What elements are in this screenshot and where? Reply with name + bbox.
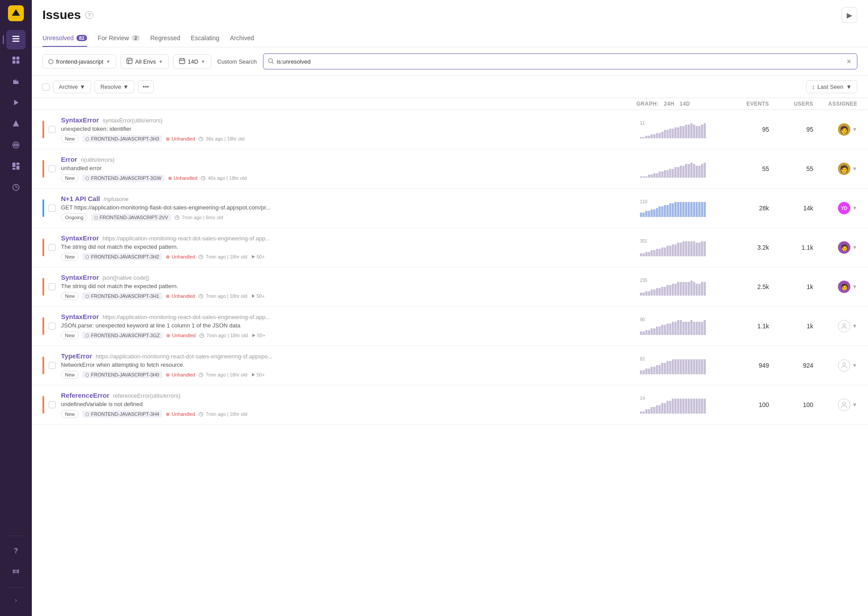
- more-actions-button[interactable]: •••: [138, 80, 154, 93]
- svg-rect-13: [16, 166, 19, 170]
- issue-checkbox[interactable]: [49, 362, 56, 369]
- graph-bar: [698, 322, 700, 335]
- tab-archived[interactable]: Archived: [230, 30, 254, 47]
- graph-bar: [672, 359, 674, 374]
- search-input[interactable]: [277, 58, 843, 65]
- resolve-button[interactable]: Resolve ▼: [95, 80, 134, 93]
- graph-bar: [696, 322, 698, 335]
- time-filter[interactable]: 14D ▼: [173, 54, 211, 69]
- issue-row[interactable]: SyntaxError json([native code]) The stri…: [32, 267, 868, 307]
- sidebar-item-replays[interactable]: [6, 94, 26, 113]
- graph-bar: [659, 249, 661, 256]
- issue-checkbox[interactable]: [49, 323, 56, 330]
- issue-time: 7min ago | 18hr old: [198, 411, 247, 417]
- tab-regressed[interactable]: Regressed: [150, 30, 180, 47]
- header-top: Issues ? ▶: [42, 7, 857, 23]
- issue-row[interactable]: SyntaxError https://application-monitori…: [32, 307, 868, 346]
- issue-description: NetworkError when attempting to fetch re…: [61, 361, 370, 368]
- sidebar-item-help[interactable]: ?: [6, 541, 26, 561]
- assignee-chevron-icon[interactable]: ▼: [852, 126, 857, 133]
- env-filter[interactable]: All Envs ▼: [121, 54, 169, 69]
- graph-bar: [680, 243, 682, 256]
- sidebar-item-discover[interactable]: [6, 136, 26, 156]
- svg-rect-20: [179, 59, 185, 64]
- issue-checkbox[interactable]: [49, 244, 56, 251]
- issue-row[interactable]: N+1 API Call /nplusone GET https://appli…: [32, 189, 868, 228]
- project-code: FRONTEND-JAVASCRIPT-3H4: [91, 411, 159, 417]
- select-all-checkbox[interactable]: [42, 84, 49, 91]
- time-label: 14D: [188, 58, 198, 65]
- issue-time: 7min ago | 6mo old: [175, 215, 223, 221]
- issue-checkbox[interactable]: [49, 283, 56, 290]
- sidebar-collapse-btn[interactable]: ›: [6, 593, 26, 607]
- assignee-chevron-icon[interactable]: ▼: [852, 402, 857, 408]
- issue-row[interactable]: TypeError https://application-monitoring…: [32, 346, 868, 385]
- avatar-placeholder: [838, 399, 850, 411]
- status-badge: New: [61, 135, 79, 143]
- unhandled-badge: ⊗ Unhandled: [166, 411, 195, 417]
- tab-for-review[interactable]: For Review 2: [98, 30, 140, 47]
- issue-row[interactable]: SyntaxError https://application-monitori…: [32, 228, 868, 267]
- tab-escalating[interactable]: Escalating: [191, 30, 220, 47]
- col-14d-header[interactable]: 14d: [680, 101, 690, 107]
- play-icon: ▶: [847, 11, 852, 19]
- graph-bar: [651, 250, 653, 256]
- archive-button[interactable]: Archive ▼: [53, 80, 91, 93]
- issue-users: 1k: [769, 283, 813, 290]
- header-help-icon[interactable]: ?: [85, 11, 93, 19]
- sort-button[interactable]: ↕ Last Seen ▼: [806, 80, 857, 93]
- play-button[interactable]: ▶: [841, 7, 857, 23]
- sidebar-item-broadcasts[interactable]: [6, 563, 26, 582]
- issue-checkbox[interactable]: [49, 165, 56, 172]
- graph-bar: [640, 370, 642, 374]
- sidebar-logo[interactable]: [8, 5, 24, 21]
- search-clear-icon[interactable]: ✕: [845, 57, 853, 66]
- assignee-chevron-icon[interactable]: ▼: [852, 362, 857, 369]
- assignee-chevron-icon[interactable]: ▼: [852, 244, 857, 251]
- svg-point-24: [269, 58, 273, 62]
- graph-bar: [696, 359, 698, 374]
- issue-checkbox[interactable]: [49, 205, 56, 212]
- issue-row[interactable]: ReferenceError referenceError(utils/erro…: [32, 385, 868, 425]
- issue-events: 100: [725, 401, 769, 408]
- sidebar-item-performance[interactable]: [6, 72, 26, 92]
- graph-bar: [664, 325, 666, 335]
- issue-checkbox[interactable]: [49, 401, 56, 408]
- issue-description: The string did not match the expected pa…: [61, 243, 370, 250]
- sidebar: ? ›: [0, 0, 32, 616]
- graph-bar: [661, 287, 663, 296]
- graph-bar: [677, 202, 679, 217]
- assignee-chevron-icon[interactable]: ▼: [852, 205, 857, 211]
- project-badge-icon: ⬡: [85, 137, 89, 141]
- sidebar-item-crons[interactable]: [6, 179, 26, 198]
- assignee-chevron-icon[interactable]: ▼: [852, 166, 857, 172]
- graph-bar: [685, 241, 687, 256]
- graph-bar: [688, 359, 690, 374]
- graph-bar: [672, 399, 674, 414]
- issue-row[interactable]: SyntaxError syntaxError(utils/errors) un…: [32, 110, 868, 149]
- tab-unresolved[interactable]: Unresolved 82: [42, 30, 87, 47]
- graph-bar: [677, 282, 679, 296]
- graph-bar: [680, 320, 682, 335]
- graph-bar: [674, 399, 677, 414]
- graph-bar: [640, 253, 642, 256]
- assignee-chevron-icon[interactable]: ▼: [852, 284, 857, 290]
- sidebar-item-issues[interactable]: [6, 30, 26, 49]
- issue-row[interactable]: Error n(utils/errors) unhandled error Ne…: [32, 149, 868, 189]
- sidebar-item-alerts[interactable]: [6, 115, 26, 134]
- avatar: YD: [838, 202, 850, 214]
- graph-bar: [664, 403, 666, 414]
- issue-checkbox[interactable]: [49, 126, 56, 133]
- project-filter[interactable]: ⬡ frontend-javascript ▼: [42, 54, 116, 68]
- issue-graph: [636, 160, 725, 178]
- graph-label: GRAPH:: [636, 101, 659, 107]
- issue-location: syntaxError(utils/errors): [103, 117, 163, 124]
- assignee-chevron-icon[interactable]: ▼: [852, 323, 857, 329]
- sidebar-item-dashboards[interactable]: [6, 157, 26, 177]
- col-24h-header[interactable]: 24h: [664, 101, 674, 107]
- sidebar-item-releases[interactable]: [6, 51, 26, 71]
- issue-title-row: SyntaxError https://application-monitori…: [61, 234, 636, 242]
- issue-users: 924: [769, 362, 813, 369]
- graph-bar: [645, 211, 647, 217]
- issue-time: 7min ago | 18hr old: [198, 372, 247, 378]
